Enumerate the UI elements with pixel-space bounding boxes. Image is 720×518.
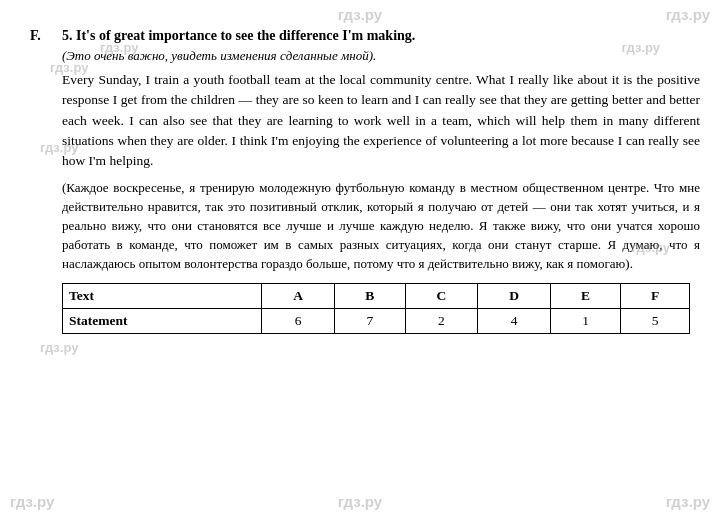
- val-e: 1: [550, 309, 621, 334]
- col-f-header: F: [621, 284, 690, 309]
- question-subtitle: (Это очень важно, увидеть изменения сдел…: [62, 48, 710, 64]
- col-a-header: A: [262, 284, 335, 309]
- main-paragraph: Every Sunday, I train a youth football t…: [62, 70, 700, 171]
- col-b-header: B: [335, 284, 406, 309]
- col-e-header: E: [550, 284, 621, 309]
- table-data-row: Statement 6 7 2 4 1 5: [63, 309, 690, 334]
- val-c: 2: [405, 309, 478, 334]
- question-letter: F.: [30, 28, 46, 44]
- question-header: F. 5. It's of great importance to see th…: [30, 28, 710, 44]
- main-content: F. 5. It's of great importance to see th…: [30, 28, 710, 498]
- row-label: Statement: [63, 309, 262, 334]
- col-d-header: D: [478, 284, 551, 309]
- answer-table: Text A B C D E F Statement 6 7 2 4 1 5: [62, 283, 690, 334]
- question-title-block: 5. It's of great importance to see the d…: [62, 28, 415, 44]
- val-d: 4: [478, 309, 551, 334]
- table-header-row: Text A B C D E F: [63, 284, 690, 309]
- col-c-header: C: [405, 284, 478, 309]
- header-watermark: гдз.ру: [338, 6, 382, 23]
- question-number: 5.: [62, 28, 73, 43]
- val-a: 6: [262, 309, 335, 334]
- top-right-watermark: гдз.ру: [666, 6, 710, 23]
- question-title-text: It's of great importance to see the diff…: [76, 28, 415, 43]
- val-b: 7: [335, 309, 406, 334]
- russian-paragraph: (Каждое воскресенье, я тренирую молодежн…: [62, 179, 700, 273]
- col-text-header: Text: [63, 284, 262, 309]
- table-container: Text A B C D E F Statement 6 7 2 4 1 5: [62, 283, 690, 334]
- val-f: 5: [621, 309, 690, 334]
